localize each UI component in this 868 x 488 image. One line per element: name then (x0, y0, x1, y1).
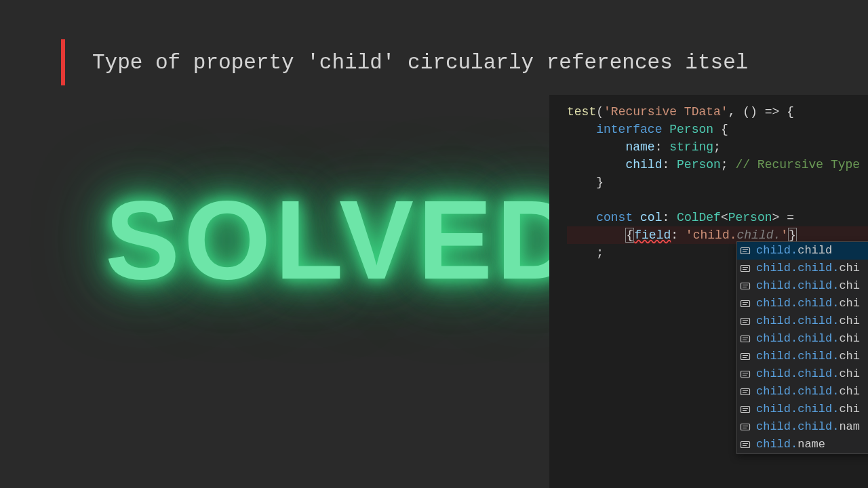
svg-rect-3 (741, 266, 750, 272)
field-icon (740, 404, 751, 415)
field-icon (740, 333, 751, 344)
field-icon (740, 351, 751, 362)
svg-rect-12 (741, 319, 750, 325)
field-icon (740, 281, 751, 291)
autocomplete-item[interactable]: child.name (737, 436, 868, 453)
code-editor[interactable]: test('Recursive TData', () => { interfac… (549, 95, 868, 488)
autocomplete-item[interactable]: child.child.chi (737, 365, 868, 383)
field-icon (740, 263, 751, 274)
autocomplete-item[interactable]: child.child.chi (737, 348, 868, 365)
autocomplete-item[interactable]: child.child.chi (737, 260, 868, 277)
svg-rect-9 (741, 301, 750, 307)
svg-rect-18 (741, 354, 750, 360)
autocomplete-item[interactable]: child.child.chi (737, 277, 868, 295)
code-line: test('Recursive TData', () => { (567, 103, 868, 121)
code-line: const col: ColDef<Person> = (567, 209, 868, 226)
code-line: } (567, 174, 868, 191)
autocomplete-item[interactable]: child.child.nam (737, 418, 868, 436)
autocomplete-item[interactable]: child.child.chi (737, 383, 868, 401)
field-icon (740, 439, 751, 450)
svg-rect-33 (741, 442, 750, 448)
field-icon (740, 245, 751, 256)
error-indicator-bar (61, 39, 65, 85)
code-line: child: Person; // Recursive Type (567, 156, 868, 174)
svg-rect-15 (741, 336, 750, 342)
autocomplete-item[interactable]: child.child.chi (737, 312, 868, 330)
autocomplete-item[interactable]: child.child (737, 242, 868, 260)
svg-rect-27 (741, 407, 750, 413)
svg-rect-21 (741, 371, 750, 378)
code-line: name: string; (567, 138, 868, 156)
error-message-text: Type of property 'child' circularly refe… (92, 51, 748, 75)
svg-rect-24 (741, 389, 750, 395)
field-icon (740, 369, 751, 380)
svg-rect-0 (741, 248, 750, 254)
error-banner: Type of property 'child' circularly refe… (61, 39, 868, 85)
code-line (567, 191, 868, 209)
field-icon (740, 298, 751, 309)
autocomplete-item[interactable]: child.child.chi (737, 330, 868, 348)
field-icon (740, 316, 751, 327)
autocomplete-popup[interactable]: child.childchild.child.chichild.child.ch… (736, 241, 868, 454)
code-line: interface Person { (567, 121, 868, 138)
field-icon (740, 422, 751, 432)
autocomplete-item[interactable]: child.child.chi (737, 401, 868, 418)
svg-rect-30 (741, 424, 750, 430)
autocomplete-item[interactable]: child.child.chi (737, 295, 868, 312)
field-icon (740, 386, 751, 397)
svg-rect-6 (741, 283, 750, 289)
solved-badge: SOLVED (105, 176, 581, 304)
